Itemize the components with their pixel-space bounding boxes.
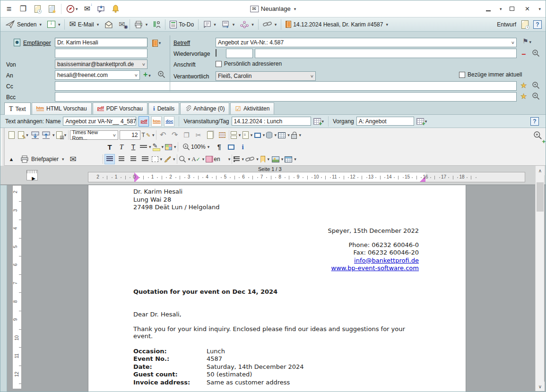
event-day-input[interactable]: 14.12.2024 : Lunch — [232, 117, 311, 126]
cc-search-button[interactable] — [532, 81, 540, 89]
justify-button[interactable] — [140, 154, 150, 164]
add-event-button[interactable]: ▾ — [313, 118, 324, 125]
tab-html-vorschau[interactable]: htm HTML Vorschau — [32, 102, 92, 114]
draft-document-button[interactable]: 🕓 — [520, 19, 529, 30]
responsible-combobox[interactable]: Fleiß, Carolin∨ — [216, 71, 316, 81]
navigate-button[interactable]: ▾ — [66, 4, 78, 14]
vertical-ruler[interactable]: 2345678910111213 — [12, 185, 22, 389]
from-combobox[interactable]: basisseminar@bankettprofi.de∨ — [55, 60, 147, 69]
website-link[interactable]: www.bp-event-software.com — [331, 264, 419, 272]
to-combobox[interactable]: hesali@freenet.com∨ — [55, 70, 140, 80]
subject-combobox[interactable]: Angebot zur VA-Nr.: 4.587∨ — [216, 38, 517, 47]
new-document-button[interactable] — [6, 130, 17, 140]
paragraph-settings-button[interactable]: ▾ — [140, 142, 151, 152]
stationery-button[interactable]: Briefpapier ▾ — [18, 154, 67, 164]
select-all-button[interactable] — [217, 130, 227, 140]
event-context-button[interactable]: 14.12.2024 Hesali, Dr. Karim #4587 ▾ — [284, 19, 390, 30]
dictionary-button[interactable]: en▾ — [206, 154, 230, 164]
format-pdf-button[interactable]: pdf — [139, 116, 149, 127]
load-text-button[interactable] — [30, 130, 40, 140]
window-title-group[interactable]: ✉ Neuanlage ▾ — [250, 5, 296, 12]
send-button[interactable]: Senden ▾ — [4, 19, 43, 30]
recipient2-input[interactable] — [55, 49, 147, 58]
find-button[interactable]: ▾ — [179, 154, 191, 164]
border-style-button[interactable]: ▾ — [152, 154, 163, 164]
text-style-button[interactable]: T✎▾ — [142, 130, 155, 140]
bcc-search-button[interactable] — [532, 92, 540, 100]
undo-button[interactable]: ↶ — [158, 130, 168, 140]
table-properties-button[interactable]: ▾ — [285, 154, 296, 164]
format-htm-button[interactable]: htm — [151, 116, 162, 127]
page-break-button[interactable]: ▾ — [231, 130, 241, 140]
close-button[interactable]: × — [522, 4, 532, 14]
bookmark-button[interactable]: ▾ — [260, 154, 270, 164]
remove-followup-button[interactable]: − — [521, 50, 526, 59]
help-button[interactable]: ? — [533, 20, 542, 29]
horizontal-ruler[interactable]: 210123456789101112131415161718 — [88, 172, 525, 182]
collapse-toolbar-button[interactable]: ▲ — [6, 154, 17, 164]
followup-note-input[interactable] — [255, 49, 517, 58]
followup-search-button[interactable] — [532, 49, 540, 57]
cut-button[interactable]: ✂ — [193, 130, 204, 140]
toolbar-handle[interactable] — [0, 128, 5, 166]
cc-input[interactable] — [55, 81, 517, 91]
link-button[interactable]: ▾ — [261, 19, 278, 30]
send-letter-button[interactable]: ✉ — [68, 154, 78, 164]
format-painter-button[interactable]: ▾ — [164, 154, 175, 164]
underline-button[interactable]: T — [128, 142, 139, 152]
followup-date-input[interactable] — [226, 49, 253, 58]
import-button[interactable]: ↓ ▾ — [46, 19, 62, 30]
recipient-input[interactable]: Dr. Karim Hesali — [55, 38, 147, 47]
cc-favorites-button[interactable]: ★ — [520, 81, 527, 90]
list-button[interactable]: ▾ — [234, 154, 244, 164]
references-checkbox-row[interactable]: Bezüge immer aktuell — [459, 71, 522, 78]
scrollbar-thumb[interactable] — [537, 182, 544, 212]
minimize-button[interactable] — [484, 4, 493, 14]
search-recipient-button[interactable] — [157, 70, 165, 78]
bcc-favorites-button[interactable]: ★ — [520, 92, 527, 101]
forward-button[interactable]: ▾ — [220, 19, 236, 30]
insert-data-field-button[interactable]: ▾ — [266, 130, 277, 140]
message-import-button[interactable] — [97, 4, 106, 14]
notifications-button[interactable] — [111, 4, 121, 14]
todo-button[interactable]: To-Do — [168, 19, 195, 30]
print-button[interactable]: ▾ — [133, 19, 149, 30]
align-center-button[interactable] — [116, 154, 127, 164]
tab-anhaenge[interactable]: Anhänge (0) — [180, 102, 229, 114]
menu-button[interactable]: ≡ — [4, 4, 14, 14]
flag-button[interactable]: ⚑▾ — [522, 37, 531, 45]
spellcheck-button[interactable]: A✓▾ — [191, 154, 204, 164]
bcc-input[interactable] — [55, 92, 517, 102]
subject-label[interactable]: Betreff — [173, 40, 190, 46]
document-info-button[interactable]: i — [238, 142, 248, 152]
bold-button[interactable]: T — [104, 142, 115, 152]
redo-button[interactable]: ↷ — [170, 130, 180, 140]
tab-stop-selector[interactable]: ▶ — [26, 170, 38, 180]
maximize-button[interactable] — [507, 4, 517, 14]
workflow-button[interactable]: ▾ — [239, 19, 255, 30]
align-left-button[interactable] — [104, 154, 115, 164]
frame-borders-button[interactable] — [226, 142, 236, 152]
mail-preview-button[interactable]: ✉◉ — [117, 19, 126, 30]
add-process-button[interactable]: ▾ — [416, 118, 427, 125]
edit-document-button[interactable]: ✎▾ — [18, 130, 28, 140]
save-text-button[interactable]: ▾ — [42, 130, 55, 140]
paste-button[interactable]: ❐ — [182, 130, 192, 140]
attendee-scan-button[interactable] — [152, 19, 162, 30]
add-recipient-button[interactable]: +▾ — [143, 70, 151, 79]
personal-address-checkbox-row[interactable]: Persönlich adressieren — [216, 60, 282, 67]
font-color-button[interactable]: ▾ — [165, 142, 176, 152]
hyperlink-button[interactable]: ▾ — [245, 154, 259, 164]
scroll-up-button[interactable]: ∧ — [536, 166, 545, 175]
insert-image-button[interactable]: ▾ — [272, 154, 284, 164]
attach-name-input[interactable]: Angebot zur VA-Nr__ 4_587 — [63, 117, 136, 126]
copy-button[interactable] — [205, 130, 216, 140]
window-list-button[interactable]: ❐ — [18, 4, 28, 14]
process-input[interactable]: A: Angebot — [356, 117, 414, 126]
font-size-input[interactable]: 12 — [120, 130, 140, 140]
tab-aktivitaeten[interactable]: ☑ Aktivitäten — [230, 102, 274, 114]
vertical-scrollbar[interactable]: ∧ ∨ — [535, 166, 544, 391]
formatting-marks-button[interactable]: ¶ — [214, 142, 225, 152]
addressbook-button[interactable]: ▾ — [152, 38, 161, 48]
copy-page-button[interactable]: ▤▾ — [56, 130, 67, 140]
